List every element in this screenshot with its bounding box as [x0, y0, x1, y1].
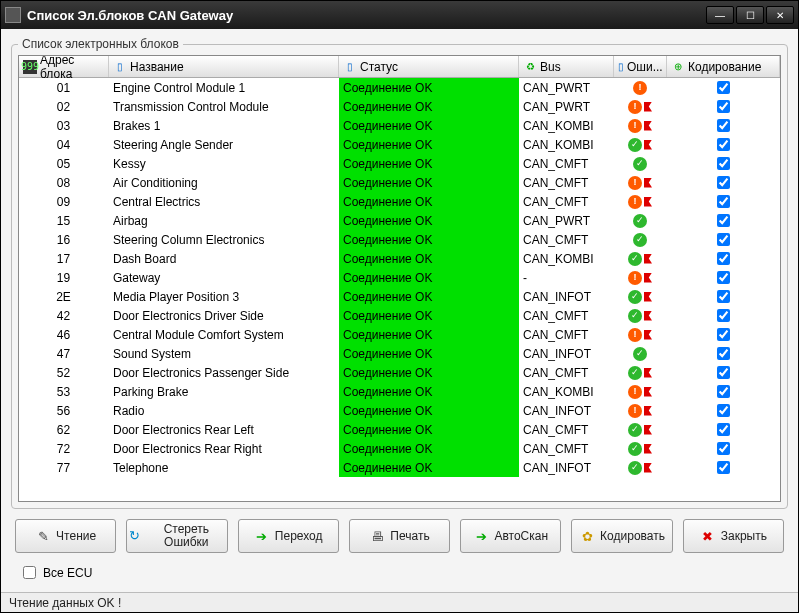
cell-addr: 46 — [19, 325, 109, 344]
cell-addr: 52 — [19, 363, 109, 382]
cell-bus: CAN_CMFT — [519, 306, 614, 325]
cell-err: ! — [614, 268, 667, 287]
flag-icon — [644, 406, 652, 416]
goto-button[interactable]: ➔ Переход — [238, 519, 339, 553]
refresh-icon: ↻ — [127, 528, 141, 544]
coding-checkbox[interactable] — [717, 233, 730, 246]
cell-err: ✓ — [614, 249, 667, 268]
arrow-right-icon: ➔ — [254, 528, 270, 544]
coding-checkbox[interactable] — [717, 347, 730, 360]
coding-checkbox[interactable] — [717, 252, 730, 265]
cell-addr: 62 — [19, 420, 109, 439]
status-icon: ▯ — [343, 60, 357, 74]
col-header-name[interactable]: ▯ Название — [109, 56, 339, 77]
cell-err: ✓ — [614, 154, 667, 173]
table-row[interactable]: 02Transmission Control ModuleСоединение … — [19, 97, 780, 116]
coding-checkbox[interactable] — [717, 461, 730, 474]
coding-checkbox[interactable] — [717, 271, 730, 284]
cell-name: Sound System — [109, 344, 339, 363]
col-header-bus[interactable]: ♻ Bus — [519, 56, 614, 77]
coding-checkbox[interactable] — [717, 290, 730, 303]
coding-checkbox[interactable] — [717, 81, 730, 94]
coding-checkbox[interactable] — [717, 442, 730, 455]
col-header-addr[interactable]: 999 Адрес блока — [19, 56, 109, 77]
minimize-button[interactable]: — — [706, 6, 734, 24]
col-header-status[interactable]: ▯ Статус — [339, 56, 519, 77]
cell-err: ✓ — [614, 306, 667, 325]
table-row[interactable]: 08Air ConditioningСоединение OKCAN_CMFT! — [19, 173, 780, 192]
table-row[interactable]: 53Parking BrakeСоединение OKCAN_KOMBI! — [19, 382, 780, 401]
cell-bus: CAN_CMFT — [519, 439, 614, 458]
document-icon: ▯ — [113, 60, 127, 74]
table-row[interactable]: 46Central Module Comfort SystemСоединени… — [19, 325, 780, 344]
table-row[interactable]: 72Door Electronics Rear RightСоединение … — [19, 439, 780, 458]
cell-err: ! — [614, 325, 667, 344]
cell-status: Соединение OK — [339, 401, 519, 420]
gear-icon: ✿ — [579, 528, 595, 544]
cell-name: Air Conditioning — [109, 173, 339, 192]
table-row[interactable]: 47Sound SystemСоединение OKCAN_INFOT✓ — [19, 344, 780, 363]
cell-err: ! — [614, 116, 667, 135]
coding-checkbox[interactable] — [717, 309, 730, 322]
cell-name: Radio — [109, 401, 339, 420]
cell-name: Gateway — [109, 268, 339, 287]
content-area: Список электронных блоков 999 Адрес блок… — [1, 29, 798, 592]
read-button[interactable]: ✎ Чтение — [15, 519, 116, 553]
table-row[interactable]: 77TelephoneСоединение OKCAN_INFOT✓ — [19, 458, 780, 477]
table-row[interactable]: 09Central ElectricsСоединение OKCAN_CMFT… — [19, 192, 780, 211]
col-header-err[interactable]: ▯ Оши... — [614, 56, 667, 77]
close-window-button[interactable]: ✕ — [766, 6, 794, 24]
coding-checkbox[interactable] — [717, 176, 730, 189]
coding-checkbox[interactable] — [717, 138, 730, 151]
coding-checkbox[interactable] — [717, 328, 730, 341]
coding-checkbox[interactable] — [717, 214, 730, 227]
table-row[interactable]: 62Door Electronics Rear LeftСоединение O… — [19, 420, 780, 439]
cell-addr: 08 — [19, 173, 109, 192]
cell-bus: CAN_INFOT — [519, 287, 614, 306]
cell-addr: 72 — [19, 439, 109, 458]
cell-addr: 2E — [19, 287, 109, 306]
table-row[interactable]: 16Steering Column ElectronicsСоединение … — [19, 230, 780, 249]
table-row[interactable]: 19GatewayСоединение OK-! — [19, 268, 780, 287]
all-ecu-checkbox[interactable] — [23, 566, 36, 579]
table-row[interactable]: 04Steering Angle SenderСоединение OKCAN_… — [19, 135, 780, 154]
coding-checkbox[interactable] — [717, 385, 730, 398]
cell-cod — [667, 382, 780, 401]
cell-err: ✓ — [614, 439, 667, 458]
table-row[interactable]: 17Dash BoardСоединение OKCAN_KOMBI✓ — [19, 249, 780, 268]
col-header-cod[interactable]: ⊕ Кодирование — [667, 56, 780, 77]
maximize-button[interactable]: ☐ — [736, 6, 764, 24]
cell-cod — [667, 173, 780, 192]
cell-cod — [667, 458, 780, 477]
coding-checkbox[interactable] — [717, 404, 730, 417]
ok-icon: ✓ — [628, 442, 642, 456]
table-row[interactable]: 42Door Electronics Driver SideСоединение… — [19, 306, 780, 325]
table-row[interactable]: 56RadioСоединение OKCAN_INFOT! — [19, 401, 780, 420]
cell-cod — [667, 116, 780, 135]
table-body[interactable]: 01Engine Control Module 1Соединение OKCA… — [19, 78, 780, 501]
coding-checkbox[interactable] — [717, 195, 730, 208]
table-row[interactable]: 2EMedia Player Position 3Соединение OKCA… — [19, 287, 780, 306]
coding-checkbox[interactable] — [717, 100, 730, 113]
close-button[interactable]: ✖ Закрыть — [683, 519, 784, 553]
window-buttons: — ☐ ✕ — [706, 6, 794, 24]
coding-checkbox[interactable] — [717, 423, 730, 436]
arrow-right-icon: ➔ — [473, 528, 489, 544]
coding-checkbox[interactable] — [717, 157, 730, 170]
code-button[interactable]: ✿ Кодировать — [571, 519, 672, 553]
print-button[interactable]: 🖶 Печать — [349, 519, 450, 553]
cell-status: Соединение OK — [339, 78, 519, 97]
cell-bus: CAN_CMFT — [519, 192, 614, 211]
cell-cod — [667, 287, 780, 306]
table-row[interactable]: 03Brakes 1Соединение OKCAN_KOMBI! — [19, 116, 780, 135]
table-row[interactable]: 05KessyСоединение OKCAN_CMFT✓ — [19, 154, 780, 173]
coding-checkbox[interactable] — [717, 366, 730, 379]
table-row[interactable]: 15AirbagСоединение OKCAN_PWRT✓ — [19, 211, 780, 230]
clear-errors-button[interactable]: ↻ Стереть Ошибки — [126, 519, 227, 553]
autoscan-button[interactable]: ➔ АвтоСкан — [460, 519, 561, 553]
cell-err: ✓ — [614, 211, 667, 230]
flag-icon — [644, 254, 652, 264]
table-row[interactable]: 52Door Electronics Passenger SideСоедине… — [19, 363, 780, 382]
table-row[interactable]: 01Engine Control Module 1Соединение OKCA… — [19, 78, 780, 97]
coding-checkbox[interactable] — [717, 119, 730, 132]
